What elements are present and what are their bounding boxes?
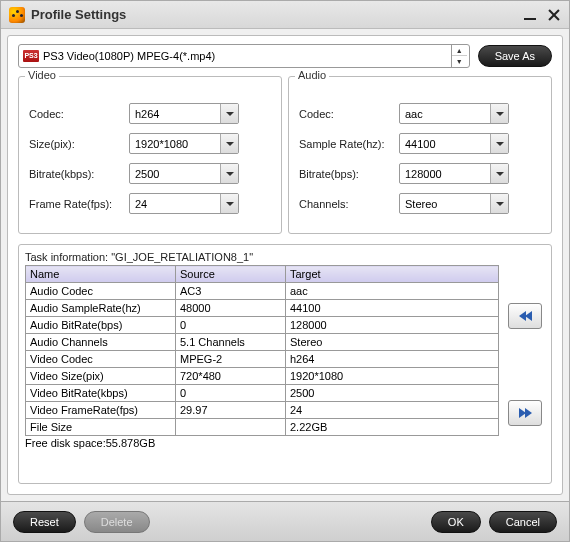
cell-target: 2.22GB bbox=[286, 419, 499, 436]
profile-select[interactable]: PS3 PS3 Video(1080P) MPEG-4(*.mp4) ▲▼ bbox=[18, 44, 470, 68]
cell-name: Audio SampleRate(hz) bbox=[26, 300, 176, 317]
audio-channels-label: Channels: bbox=[299, 198, 399, 210]
task-info-title: Task information: "GI_JOE_RETALIATION8_1… bbox=[25, 251, 499, 263]
cell-source bbox=[176, 419, 286, 436]
audio-heading: Audio bbox=[295, 69, 329, 81]
video-bitrate-combo[interactable]: 2500 bbox=[129, 163, 239, 184]
chevron-up-icon[interactable]: ▲ bbox=[452, 45, 467, 56]
video-heading: Video bbox=[25, 69, 59, 81]
cell-source: MPEG-2 bbox=[176, 351, 286, 368]
audio-bitrate-label: Bitrate(bps): bbox=[299, 168, 399, 180]
profile-icon: PS3 bbox=[23, 50, 39, 62]
cell-target: 24 bbox=[286, 402, 499, 419]
table-row: Video FrameRate(fps)29.9724 bbox=[26, 402, 499, 419]
footer: Reset Delete OK Cancel bbox=[1, 501, 569, 541]
chevron-down-icon[interactable] bbox=[490, 134, 508, 153]
content-area: PS3 PS3 Video(1080P) MPEG-4(*.mp4) ▲▼ Sa… bbox=[7, 35, 563, 495]
cell-target: 128000 bbox=[286, 317, 499, 334]
profile-settings-window: Profile Settings PS3 PS3 Video(1080P) MP… bbox=[0, 0, 570, 542]
cell-target: 2500 bbox=[286, 385, 499, 402]
cell-source: 720*480 bbox=[176, 368, 286, 385]
cell-target: Stereo bbox=[286, 334, 499, 351]
audio-samplerate-combo[interactable]: 44100 bbox=[399, 133, 509, 154]
cell-target: 44100 bbox=[286, 300, 499, 317]
cell-target: aac bbox=[286, 283, 499, 300]
cell-source: AC3 bbox=[176, 283, 286, 300]
chevron-down-icon[interactable] bbox=[490, 194, 508, 213]
profile-selected-text: PS3 Video(1080P) MPEG-4(*.mp4) bbox=[43, 50, 451, 62]
cell-target: 1920*1080 bbox=[286, 368, 499, 385]
video-bitrate-label: Bitrate(kbps): bbox=[29, 168, 129, 180]
audio-samplerate-label: Sample Rate(hz): bbox=[299, 138, 399, 150]
chevron-down-icon[interactable] bbox=[490, 104, 508, 123]
cell-source: 48000 bbox=[176, 300, 286, 317]
titlebar: Profile Settings bbox=[1, 1, 569, 29]
col-source: Source bbox=[176, 266, 286, 283]
free-disk-space: Free disk space:55.878GB bbox=[25, 437, 499, 449]
cancel-button[interactable]: Cancel bbox=[489, 511, 557, 533]
col-target: Target bbox=[286, 266, 499, 283]
chevron-down-icon[interactable] bbox=[220, 134, 238, 153]
chevron-down-icon[interactable]: ▼ bbox=[452, 56, 467, 67]
table-row: Video BitRate(kbps)02500 bbox=[26, 385, 499, 402]
table-row: File Size2.22GB bbox=[26, 419, 499, 436]
video-codec-combo[interactable]: h264 bbox=[129, 103, 239, 124]
cell-name: Video Size(pix) bbox=[26, 368, 176, 385]
video-size-label: Size(pix): bbox=[29, 138, 129, 150]
audio-bitrate-combo[interactable]: 128000 bbox=[399, 163, 509, 184]
cell-name: Audio Channels bbox=[26, 334, 176, 351]
chevron-down-icon[interactable] bbox=[220, 194, 238, 213]
next-task-button[interactable] bbox=[508, 400, 542, 426]
chevron-down-icon[interactable] bbox=[490, 164, 508, 183]
table-row: Video CodecMPEG-2h264 bbox=[26, 351, 499, 368]
table-row: Audio Channels5.1 ChannelsStereo bbox=[26, 334, 499, 351]
cell-target: h264 bbox=[286, 351, 499, 368]
video-codec-label: Codec: bbox=[29, 108, 129, 120]
audio-codec-label: Codec: bbox=[299, 108, 399, 120]
window-title: Profile Settings bbox=[31, 7, 523, 22]
prev-task-button[interactable] bbox=[508, 303, 542, 329]
video-section: Video Codec: h264 Size(pix): 1920*1080 B… bbox=[18, 76, 282, 234]
cell-name: Video BitRate(kbps) bbox=[26, 385, 176, 402]
audio-codec-combo[interactable]: aac bbox=[399, 103, 509, 124]
save-as-button[interactable]: Save As bbox=[478, 45, 552, 67]
reset-button[interactable]: Reset bbox=[13, 511, 76, 533]
chevron-down-icon[interactable] bbox=[220, 104, 238, 123]
cell-name: Audio Codec bbox=[26, 283, 176, 300]
audio-channels-combo[interactable]: Stereo bbox=[399, 193, 509, 214]
minimize-icon[interactable] bbox=[523, 8, 537, 22]
app-icon bbox=[9, 7, 25, 23]
cell-name: Video Codec bbox=[26, 351, 176, 368]
profile-spinner[interactable]: ▲▼ bbox=[451, 45, 467, 67]
table-row: Audio SampleRate(hz)4800044100 bbox=[26, 300, 499, 317]
cell-source: 29.97 bbox=[176, 402, 286, 419]
close-icon[interactable] bbox=[547, 8, 561, 22]
audio-section: Audio Codec: aac Sample Rate(hz): 44100 … bbox=[288, 76, 552, 234]
cell-source: 0 bbox=[176, 385, 286, 402]
col-name: Name bbox=[26, 266, 176, 283]
table-row: Audio BitRate(bps)0128000 bbox=[26, 317, 499, 334]
task-info-table: Name Source Target Audio CodecAC3aacAudi… bbox=[25, 265, 499, 436]
cell-name: Video FrameRate(fps) bbox=[26, 402, 176, 419]
cell-name: Audio BitRate(bps) bbox=[26, 317, 176, 334]
table-row: Video Size(pix)720*4801920*1080 bbox=[26, 368, 499, 385]
ok-button[interactable]: OK bbox=[431, 511, 481, 533]
cell-name: File Size bbox=[26, 419, 176, 436]
chevron-down-icon[interactable] bbox=[220, 164, 238, 183]
table-row: Audio CodecAC3aac bbox=[26, 283, 499, 300]
task-panel: Task information: "GI_JOE_RETALIATION8_1… bbox=[18, 244, 552, 484]
video-framerate-combo[interactable]: 24 bbox=[129, 193, 239, 214]
video-framerate-label: Frame Rate(fps): bbox=[29, 198, 129, 210]
cell-source: 5.1 Channels bbox=[176, 334, 286, 351]
delete-button: Delete bbox=[84, 511, 150, 533]
video-size-combo[interactable]: 1920*1080 bbox=[129, 133, 239, 154]
cell-source: 0 bbox=[176, 317, 286, 334]
